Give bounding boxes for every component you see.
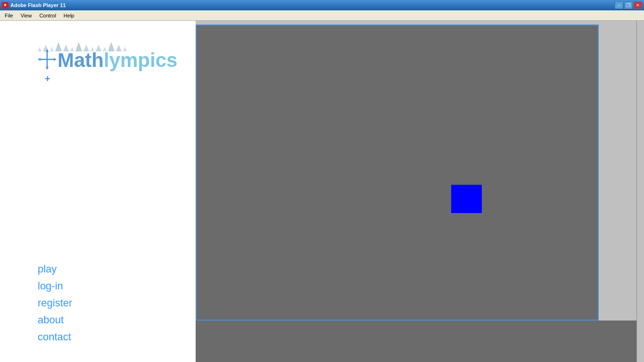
logo-lympics: lympics: [104, 49, 177, 71]
menu-file[interactable]: File: [1, 12, 17, 19]
left-panel: Mathlympics + play log-in register about…: [0, 21, 196, 362]
svg-marker-3: [46, 67, 49, 70]
nav-contact[interactable]: contact: [38, 331, 72, 343]
svg-marker-2: [46, 49, 49, 52]
logo-text: Mathlympics: [58, 49, 177, 72]
svg-marker-4: [38, 58, 41, 61]
menu-help[interactable]: Help: [60, 12, 78, 19]
close-button[interactable]: ✕: [634, 1, 642, 9]
nav-menu: play log-in register about contact: [38, 254, 72, 353]
window-controls: − ❐ ✕: [615, 1, 642, 9]
title-bar: ✦ Adobe Flash Player 11 − ❐ ✕: [0, 0, 644, 10]
flash-area: [196, 21, 636, 362]
logo-row: Mathlympics: [38, 49, 177, 72]
logo-container: Mathlympics +: [38, 49, 177, 84]
main-content: Mathlympics + play log-in register about…: [0, 21, 644, 362]
nav-login[interactable]: log-in: [38, 280, 72, 292]
minimize-button[interactable]: −: [615, 1, 623, 9]
svg-marker-5: [54, 58, 57, 61]
blue-square: [451, 185, 482, 213]
logo-icon: [38, 49, 57, 70]
title-bar-left: ✦ Adobe Flash Player 11: [2, 2, 66, 8]
flash-canvas[interactable]: [196, 25, 599, 321]
menu-view[interactable]: View: [17, 12, 36, 19]
scrollbar-area[interactable]: [636, 21, 644, 362]
menu-control[interactable]: Control: [35, 12, 59, 19]
nav-about[interactable]: about: [38, 314, 72, 326]
menu-bar: File View Control Help: [0, 10, 644, 21]
window-title: Adobe Flash Player 11: [10, 2, 66, 8]
nav-play[interactable]: play: [38, 263, 72, 275]
flash-bottom: [196, 321, 636, 362]
flash-icon: ✦: [2, 2, 8, 8]
restore-button[interactable]: ❐: [624, 1, 633, 9]
logo-plus: +: [45, 74, 177, 84]
nav-register[interactable]: register: [38, 297, 72, 309]
logo-math: Math: [58, 49, 104, 71]
